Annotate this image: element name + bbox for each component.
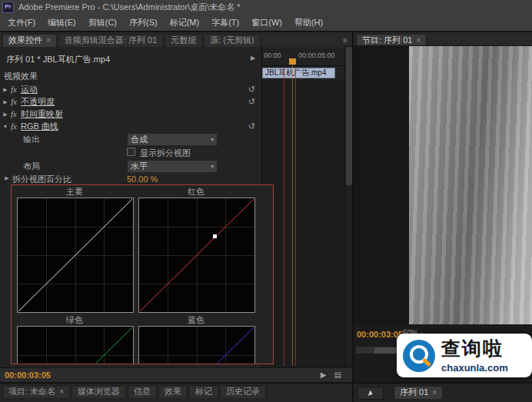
tab-label: 序列 01 <box>400 388 428 397</box>
playhead-line[interactable] <box>292 65 293 366</box>
ecw-scrollbar[interactable] <box>344 45 352 367</box>
ruler-start: 00:00 <box>264 52 281 59</box>
export-icon[interactable]: ▤ <box>334 371 341 379</box>
menu-file[interactable]: 文件(F) <box>2 15 42 30</box>
tab-markers[interactable]: 标记 <box>189 385 218 398</box>
chevron-down-icon[interactable]: ▼ <box>0 124 11 129</box>
tab-media-browser[interactable]: 媒体浏览器 <box>71 385 126 398</box>
chevron-right-icon[interactable]: ▶ <box>0 99 11 105</box>
close-icon[interactable]: × <box>59 388 64 396</box>
watermark-domain: chaxunla.com <box>441 363 508 373</box>
chevron-right-icon[interactable]: ▶ <box>0 111 11 117</box>
effect-label-time-remap[interactable]: 时间重映射 <box>21 110 63 118</box>
close-icon[interactable]: × <box>432 389 437 397</box>
blue-curve-graph[interactable] <box>138 326 255 364</box>
ecw-timeline-ruler[interactable]: 00:00 00:00:05:00 <box>262 49 344 66</box>
project-tabbar: 项目: 未命名 × 媒体浏览器 信息 效果 标记 历史记录 <box>0 384 352 398</box>
separator <box>352 32 354 402</box>
tab-label: 标记 <box>195 387 212 396</box>
panel-menu-icon[interactable]: ≡ <box>343 37 347 45</box>
effect-label-opacity[interactable]: 不透明度 <box>21 98 55 106</box>
split-percent-value[interactable]: 50.00 % <box>127 175 158 184</box>
split-view-checkbox[interactable] <box>127 148 135 156</box>
video-frame[interactable] <box>409 46 532 324</box>
split-percent-label: 拆分视图百分比 <box>12 175 71 184</box>
project-panel-group: 项目: 未命名 × 媒体浏览器 信息 效果 标记 历史记录 <box>0 384 352 402</box>
effect-controls-panel: 效果控件 × 音频剪辑混合器: 序列 01 元数据 源: (无剪辑) ≡ 序列 … <box>0 32 352 382</box>
effect-row-opacity[interactable]: ▶ fx 不透明度 ↺ <box>0 95 261 108</box>
effect-row-rgb-curves[interactable]: ▼ fx RGB 曲线 ↺ <box>0 120 261 132</box>
curve-control-point[interactable] <box>213 234 217 238</box>
menu-sequence[interactable]: 序列(S) <box>123 15 164 30</box>
master-curve-graph[interactable] <box>17 198 134 313</box>
ecw-timecode[interactable]: 00:00:03:05 <box>5 371 51 380</box>
reset-icon[interactable]: ↺ <box>248 122 255 131</box>
menu-title[interactable]: 字幕(T) <box>205 15 245 30</box>
clip-in-line <box>284 68 284 366</box>
tab-label: 效果控件 <box>8 36 42 45</box>
menu-bar: 文件(F) 编辑(E) 剪辑(C) 序列(S) 标记(M) 字幕(T) 窗口(W… <box>0 14 532 31</box>
rgb-curves-editor[interactable]: 主要 红色 绿色 蓝色 <box>11 184 274 364</box>
tab-sequence-01[interactable]: 序列 01 × <box>394 386 443 399</box>
fx-badge[interactable]: fx <box>11 85 17 94</box>
menu-window[interactable]: 窗口(W) <box>245 15 288 30</box>
curve-label-blue: 蓝色 <box>138 316 254 324</box>
output-label: 输出 <box>23 135 40 144</box>
tab-effect-controls[interactable]: 效果控件 × <box>2 34 57 47</box>
split-view-label: 显示拆分视图 <box>140 149 191 158</box>
watermark-name: 查询啦 <box>441 339 504 358</box>
premiere-window: Pr Adobe Premiere Pro - C:\Users\Adminis… <box>0 0 532 402</box>
close-icon[interactable]: × <box>416 37 421 45</box>
watermark-badge: 查询啦 chaxunla.com <box>397 334 532 377</box>
magnifier-handle <box>422 357 431 367</box>
chevron-right-icon[interactable]: ▶ <box>2 175 12 181</box>
timeline-panel-group: 序列 01 × <box>354 384 532 402</box>
menu-edit[interactable]: 编辑(E) <box>42 15 82 30</box>
green-curve-graph[interactable] <box>17 326 134 364</box>
tab-audio-mixer[interactable]: 音频剪辑混合器: 序列 01 <box>58 34 163 47</box>
reset-icon[interactable]: ↺ <box>248 98 255 106</box>
scrollbar-thumb[interactable] <box>346 47 352 185</box>
layout-dropdown[interactable]: 水平 ▾ <box>127 160 218 173</box>
effect-label-motion[interactable]: 运动 <box>21 85 38 94</box>
chevron-down-icon: ▾ <box>211 137 214 143</box>
clip-out-line <box>295 68 296 366</box>
fx-badge[interactable]: fx <box>11 98 17 106</box>
window-title: Adobe Premiere Pro - C:\Users\Administra… <box>18 3 241 12</box>
tab-source-monitor[interactable]: 源: (无剪辑) <box>204 34 260 47</box>
program-timecode[interactable]: 00:00:03:05 <box>357 331 403 339</box>
effect-row-motion[interactable]: ▶ fx 运动 ↺ <box>0 83 261 95</box>
chevron-right-icon[interactable]: ▶ <box>0 87 11 92</box>
tab-label: 历史记录 <box>226 387 260 396</box>
selection-tool-button[interactable] <box>357 387 384 400</box>
ecw-timeline-body[interactable] <box>262 79 344 367</box>
play-icon[interactable]: ▶ <box>321 371 327 379</box>
tab-metadata[interactable]: 元数据 <box>165 34 202 47</box>
menu-clip[interactable]: 剪辑(C) <box>82 15 123 30</box>
menu-help[interactable]: 帮助(H) <box>288 15 329 30</box>
layout-label: 布局 <box>23 162 40 171</box>
tab-effects[interactable]: 效果 <box>158 385 188 398</box>
tab-label: 节目: 序列 01 <box>362 36 412 45</box>
video-effects-header: 视频效果 <box>4 72 38 81</box>
reset-icon[interactable]: ↺ <box>248 85 255 94</box>
tab-project[interactable]: 项目: 未命名 × <box>2 385 70 398</box>
tab-info[interactable]: 信息 <box>128 385 157 398</box>
selection-tool-icon <box>367 390 373 397</box>
fx-badge[interactable]: fx <box>11 110 17 118</box>
output-dropdown[interactable]: 合成 ▾ <box>127 133 218 146</box>
tab-history[interactable]: 历史记录 <box>220 385 266 398</box>
close-icon[interactable]: × <box>46 37 51 45</box>
ecw-clip-bar[interactable]: JBL耳机广告.mp4 <box>262 68 335 78</box>
title-bar: Pr Adobe Premiere Pro - C:\Users\Adminis… <box>0 0 532 14</box>
program-monitor-panel: 节目: 序列 01 × 00:00:03:05 50% ▾ <box>354 32 532 382</box>
app-icon: Pr <box>2 2 14 13</box>
fx-badge[interactable]: fx <box>11 122 17 131</box>
effect-label-rgb-curves[interactable]: RGB 曲线 <box>21 122 58 131</box>
effect-row-time-remap[interactable]: ▶ fx 时间重映射 <box>0 108 261 120</box>
playhead-marker[interactable] <box>289 58 296 65</box>
show-timeline-icon[interactable]: ▶ <box>251 55 255 61</box>
menu-marker[interactable]: 标记(M) <box>164 15 206 30</box>
ecw-status-bar: 00:00:03:05 ▶ ▤ <box>0 367 352 382</box>
red-curve-graph[interactable] <box>138 198 255 313</box>
